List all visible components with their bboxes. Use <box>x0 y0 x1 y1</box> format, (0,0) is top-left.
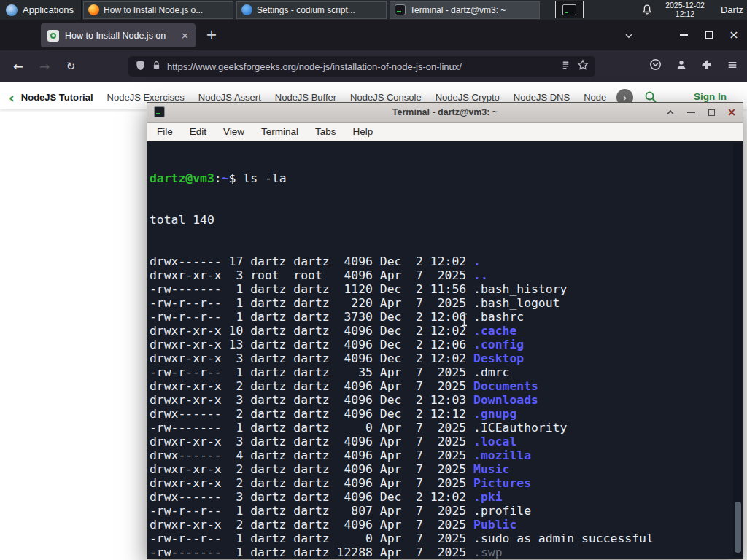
terminal-menu-edit[interactable]: Edit <box>190 126 206 137</box>
terminal-output-line: -rw------- 1 dartz dartz 0 Apr 7 2025 .I… <box>150 421 743 435</box>
terminal-scrollbar[interactable] <box>733 143 742 557</box>
applications-label: Applications <box>23 4 74 15</box>
firefox-icon <box>88 4 99 15</box>
window-buttons: How to Install Node.js o...Settings - co… <box>82 0 541 20</box>
file-meta: drwxr-xr-x 2 dartz dartz 4096 Apr 7 2025 <box>150 518 473 532</box>
terminal-output-line: drwx------ 3 dartz dartz 4096 Dec 2 12:0… <box>150 490 743 504</box>
account-icon[interactable] <box>676 59 687 74</box>
reader-view-icon[interactable] <box>560 60 571 74</box>
terminal-menu-file[interactable]: File <box>157 126 173 137</box>
file-meta: drwx------ 3 dartz dartz 4096 Dec 2 12:0… <box>150 490 473 504</box>
tab-close-icon[interactable]: × <box>181 30 189 41</box>
list-tabs-icon[interactable] <box>624 31 634 44</box>
terminal-command: ls -la <box>243 171 286 185</box>
applications-button[interactable]: Applications <box>0 0 81 20</box>
window-minimize-button[interactable] <box>673 26 694 44</box>
terminal-menu-view[interactable]: View <box>223 126 244 137</box>
maximize-button[interactable] <box>706 107 716 117</box>
scroll-left-icon[interactable]: ‹ <box>9 90 15 106</box>
terminal-output-line: drwx------ 17 dartz dartz 4096 Dec 2 12:… <box>150 254 743 268</box>
file-meta: -rw-r--r-- 1 dartz dartz 220 Apr 7 2025 <box>150 296 473 310</box>
user-menu[interactable]: Dartz <box>721 0 743 20</box>
shade-button[interactable] <box>665 107 676 117</box>
taskbar-window-2[interactable]: Settings - codium script... <box>236 1 387 19</box>
terminal-menu-help[interactable]: Help <box>353 126 374 137</box>
terminal-output-line: drwxr-xr-x 3 dartz dartz 4096 Dec 2 12:0… <box>150 351 743 365</box>
terminal-output-line: drwxr-xr-x 2 dartz dartz 4096 Apr 7 2025… <box>150 462 743 476</box>
file-listing: drwx------ 17 dartz dartz 4096 Dec 2 12:… <box>150 254 743 559</box>
site-favicon <box>47 30 59 42</box>
desktop: { "panel": { "applications_label": "Appl… <box>0 0 747 560</box>
prompt-user-host: dartz@vm3 <box>150 171 214 185</box>
menu-icon[interactable] <box>727 59 738 74</box>
subnav-item-7[interactable]: Node <box>584 92 606 103</box>
back-button[interactable]: ← <box>9 50 28 82</box>
file-name: .bashrc <box>473 310 524 324</box>
file-name: .gnupg <box>473 407 516 421</box>
bookmark-star-icon[interactable] <box>577 59 589 74</box>
subnav-item-2[interactable]: NodeJS Assert <box>198 92 261 103</box>
file-meta: -rw------- 1 dartz dartz 1120 Dec 2 11:5… <box>150 282 473 296</box>
file-name: .config <box>473 338 524 351</box>
terminal-icon <box>395 4 406 15</box>
window-maximize-button[interactable] <box>698 26 720 44</box>
terminal-output-line: drwxr-xr-x 10 dartz dartz 4096 Dec 2 12:… <box>150 324 743 338</box>
file-meta: drwxr-xr-x 3 root root 4096 Apr 7 2025 <box>150 268 473 282</box>
terminal-output-line: -rw-r--r-- 1 dartz dartz 807 Apr 7 2025 … <box>150 504 743 518</box>
maximize-icon <box>708 109 715 116</box>
terminal-menu-tabs[interactable]: Tabs <box>315 126 336 137</box>
file-name: .cache <box>473 324 516 338</box>
close-icon: × <box>727 107 737 118</box>
subnav-items: NodeJS ExercisesNodeJS AssertNodeJS Buff… <box>107 92 611 103</box>
terminal-output-line: -rw-r--r-- 1 dartz dartz 220 Apr 7 2025 … <box>150 296 743 310</box>
browser-tab-strip: How to Install Node.js on × + × <box>0 20 747 50</box>
reload-button[interactable]: ↻ <box>61 50 80 82</box>
subnav-item-6[interactable]: NodeJS DNS <box>514 92 570 103</box>
file-meta: drwxr-xr-x 10 dartz dartz 4096 Dec 2 12:… <box>150 324 473 338</box>
minimize-icon <box>680 34 688 36</box>
taskbar-window-1[interactable]: How to Install Node.js o... <box>83 1 233 19</box>
toolbar-right-icons <box>649 50 738 82</box>
subnav-item-5[interactable]: NodeJS Crypto <box>436 92 500 103</box>
subnav-item-1[interactable]: NodeJS Exercises <box>107 92 185 103</box>
pocket-icon[interactable] <box>649 58 662 74</box>
scrollbar-thumb[interactable] <box>735 502 741 553</box>
terminal-output[interactable]: dartz@vm3:~$ ls -la total 140 drwx------… <box>147 141 743 559</box>
clock[interactable]: 2025-12-02 12:12 <box>659 1 711 18</box>
new-tab-button[interactable]: + <box>206 26 217 42</box>
close-button[interactable]: × <box>727 107 737 117</box>
terminal-output-line: -rw------- 1 dartz dartz 1120 Dec 2 11:5… <box>150 282 743 296</box>
tracking-protection-shield-icon[interactable] <box>135 60 146 74</box>
minimize-button[interactable] <box>686 107 696 117</box>
file-name: Pictures <box>473 476 531 490</box>
window-close-button[interactable]: × <box>723 26 745 44</box>
file-name: .ICEauthority <box>473 421 567 435</box>
file-meta: -rw------- 1 dartz dartz 12288 Apr 7 202… <box>150 545 473 559</box>
subnav-item-3[interactable]: NodeJS Buffer <box>275 92 336 103</box>
file-name: Documents <box>473 379 538 393</box>
file-meta: drwx------ 2 dartz dartz 4096 Dec 2 12:1… <box>150 407 473 421</box>
forward-button[interactable]: → <box>35 50 54 82</box>
clock-date: 2025-12-02 <box>659 1 711 10</box>
taskbar-window-label: Settings - codium script... <box>257 5 355 15</box>
lock-icon[interactable] <box>152 60 161 73</box>
tray-terminal-icon[interactable] <box>555 1 584 18</box>
file-meta: drwxr-xr-x 3 dartz dartz 4096 Dec 2 12:0… <box>150 393 473 407</box>
subnav-item-active[interactable]: NodeJS Tutorial <box>21 92 93 103</box>
terminal-titlebar[interactable]: Terminal - dartz@vm3: ~ × <box>147 103 743 122</box>
terminal-total-line: total 140 <box>150 213 743 227</box>
terminal-menu-terminal[interactable]: Terminal <box>261 126 298 137</box>
browser-tab[interactable]: How to Install Node.js on × <box>41 23 196 47</box>
extensions-icon[interactable] <box>701 59 713 74</box>
taskbar-window-3[interactable]: Terminal - dartz@vm3: ~ <box>390 1 540 19</box>
notifications-icon[interactable] <box>641 4 653 18</box>
url-bar[interactable]: https://www.geeksforgeeks.org/node-js/in… <box>128 56 595 77</box>
subnav-item-4[interactable]: NodeJS Console <box>350 92 422 103</box>
terminal-output-line: drwxr-xr-x 3 dartz dartz 4096 Apr 7 2025… <box>150 435 743 448</box>
tab-title: How to Install Node.js on <box>65 31 167 41</box>
file-name: . <box>473 254 481 268</box>
file-name: .bash_logout <box>473 296 560 310</box>
url-text: https://www.geeksforgeeks.org/node-js/in… <box>167 61 554 72</box>
sign-in-button[interactable]: Sign In <box>694 91 727 102</box>
terminal-window: Terminal - dartz@vm3: ~ × FileEditViewTe… <box>147 102 743 559</box>
